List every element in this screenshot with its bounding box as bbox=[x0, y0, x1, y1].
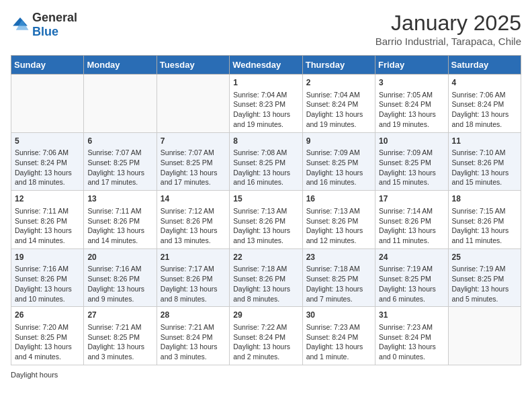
day-content-line: Daylight: 13 hours and 18 minutes. bbox=[452, 109, 517, 129]
day-content-line: Sunrise: 7:13 AM bbox=[233, 206, 298, 216]
calendar-cell: 14Sunrise: 7:12 AMSunset: 8:26 PMDayligh… bbox=[157, 191, 229, 249]
day-content-line: Daylight: 13 hours and 19 minutes. bbox=[306, 109, 371, 129]
day-content-line: Sunrise: 7:18 AM bbox=[306, 264, 371, 274]
day-content-line: Sunrise: 7:07 AM bbox=[161, 148, 226, 158]
day-content-line: Daylight: 13 hours and 2 minutes. bbox=[233, 342, 298, 361]
calendar-cell bbox=[157, 75, 229, 133]
calendar-cell: 8Sunrise: 7:08 AMSunset: 8:25 PMDaylight… bbox=[230, 132, 302, 191]
title-block: January 2025 Barrio Industrial, Tarapaca… bbox=[375, 11, 521, 47]
day-number: 19 bbox=[15, 252, 80, 263]
calendar-week-5: 26Sunrise: 7:20 AMSunset: 8:25 PMDayligh… bbox=[11, 307, 521, 365]
day-number: 8 bbox=[233, 136, 298, 147]
day-content-line: Daylight: 13 hours and 15 minutes. bbox=[379, 168, 444, 187]
calendar-cell: 7Sunrise: 7:07 AMSunset: 8:25 PMDaylight… bbox=[157, 132, 229, 191]
day-content-line: Sunset: 8:26 PM bbox=[233, 216, 298, 226]
calendar-cell: 2Sunrise: 7:04 AMSunset: 8:24 PMDaylight… bbox=[302, 75, 375, 133]
day-content-line: Sunset: 8:26 PM bbox=[15, 216, 80, 226]
day-content-line: Sunset: 8:26 PM bbox=[161, 216, 226, 226]
day-content-line: Daylight: 13 hours and 10 minutes. bbox=[15, 284, 80, 304]
day-header-tuesday: Tuesday bbox=[157, 56, 229, 75]
calendar-cell: 26Sunrise: 7:20 AMSunset: 8:25 PMDayligh… bbox=[11, 307, 84, 365]
day-content-line: Daylight: 13 hours and 12 minutes. bbox=[306, 226, 371, 245]
day-content-line: Daylight: 13 hours and 16 minutes. bbox=[233, 168, 298, 187]
day-number: 29 bbox=[233, 310, 298, 321]
day-content-line: Daylight: 13 hours and 3 minutes. bbox=[161, 342, 226, 361]
day-content-line: Daylight: 13 hours and 7 minutes. bbox=[306, 284, 371, 304]
day-content-line: Daylight: 13 hours and 4 minutes. bbox=[15, 342, 80, 361]
day-content-line: Sunrise: 7:10 AM bbox=[452, 148, 517, 158]
day-content-line: Sunset: 8:25 PM bbox=[379, 158, 444, 168]
day-number: 26 bbox=[15, 310, 80, 321]
day-content-line: Sunrise: 7:21 AM bbox=[87, 322, 152, 332]
calendar-cell: 10Sunrise: 7:09 AMSunset: 8:25 PMDayligh… bbox=[375, 132, 448, 191]
day-content-line: Sunset: 8:25 PM bbox=[452, 274, 517, 284]
calendar-cell: 21Sunrise: 7:17 AMSunset: 8:26 PMDayligh… bbox=[157, 248, 229, 307]
day-content-line: Sunset: 8:25 PM bbox=[87, 332, 152, 342]
day-content-line: Sunset: 8:25 PM bbox=[161, 158, 226, 168]
day-content-line: Daylight: 13 hours and 8 minutes. bbox=[233, 284, 298, 304]
calendar-cell: 29Sunrise: 7:22 AMSunset: 8:24 PMDayligh… bbox=[230, 307, 302, 365]
calendar-cell: 9Sunrise: 7:09 AMSunset: 8:25 PMDaylight… bbox=[302, 132, 375, 191]
day-content-line: Sunset: 8:26 PM bbox=[15, 274, 80, 284]
day-number: 15 bbox=[233, 193, 298, 205]
calendar-cell bbox=[84, 75, 157, 133]
day-number: 5 bbox=[15, 136, 80, 147]
day-content-line: Sunrise: 7:11 AM bbox=[15, 206, 80, 216]
calendar-cell: 4Sunrise: 7:06 AMSunset: 8:24 PMDaylight… bbox=[448, 75, 521, 133]
day-content-line: Sunrise: 7:19 AM bbox=[379, 264, 444, 274]
day-content-line: Sunrise: 7:06 AM bbox=[452, 90, 517, 100]
calendar-cell: 22Sunrise: 7:18 AMSunset: 8:26 PMDayligh… bbox=[230, 248, 302, 307]
day-number: 23 bbox=[306, 252, 371, 263]
day-content-line: Daylight: 13 hours and 17 minutes. bbox=[87, 168, 152, 187]
calendar-cell bbox=[448, 307, 521, 365]
day-number: 21 bbox=[161, 252, 226, 263]
day-content-line: Sunrise: 7:14 AM bbox=[379, 206, 444, 216]
day-content-line: Sunset: 8:24 PM bbox=[452, 99, 517, 109]
calendar-cell: 13Sunrise: 7:11 AMSunset: 8:26 PMDayligh… bbox=[84, 191, 157, 249]
day-number: 16 bbox=[306, 193, 371, 205]
day-number: 6 bbox=[87, 136, 152, 147]
logo-text: General Blue bbox=[32, 11, 77, 39]
day-number: 12 bbox=[15, 193, 80, 205]
logo: General Blue bbox=[11, 11, 77, 39]
day-content-line: Sunset: 8:24 PM bbox=[306, 332, 371, 342]
day-content-line: Sunset: 8:24 PM bbox=[15, 158, 80, 168]
footer: Daylight hours bbox=[11, 371, 521, 379]
day-number: 18 bbox=[452, 193, 517, 205]
day-content-line: Sunset: 8:25 PM bbox=[15, 332, 80, 342]
day-content-line: Daylight: 13 hours and 5 minutes. bbox=[452, 284, 517, 304]
calendar-cell: 12Sunrise: 7:11 AMSunset: 8:26 PMDayligh… bbox=[11, 191, 84, 249]
calendar-cell: 28Sunrise: 7:21 AMSunset: 8:24 PMDayligh… bbox=[157, 307, 229, 365]
day-content-line: Sunrise: 7:16 AM bbox=[87, 264, 152, 274]
day-content-line: Daylight: 13 hours and 14 minutes. bbox=[15, 226, 80, 245]
logo-icon bbox=[11, 15, 30, 34]
day-content-line: Daylight: 13 hours and 0 minutes. bbox=[379, 342, 444, 361]
logo-general: General bbox=[32, 11, 77, 24]
day-content-line: Sunset: 8:26 PM bbox=[87, 216, 152, 226]
day-content-line: Sunrise: 7:12 AM bbox=[161, 206, 226, 216]
day-number: 2 bbox=[306, 77, 371, 89]
day-content-line: Sunset: 8:25 PM bbox=[233, 158, 298, 168]
day-number: 14 bbox=[161, 193, 226, 205]
day-content-line: Sunset: 8:26 PM bbox=[233, 274, 298, 284]
day-content-line: Sunrise: 7:22 AM bbox=[233, 322, 298, 332]
day-content-line: Sunrise: 7:05 AM bbox=[379, 90, 444, 100]
day-number: 30 bbox=[306, 310, 371, 321]
calendar-cell: 6Sunrise: 7:07 AMSunset: 8:25 PMDaylight… bbox=[84, 132, 157, 191]
calendar-cell: 5Sunrise: 7:06 AMSunset: 8:24 PMDaylight… bbox=[11, 132, 84, 191]
day-content-line: Sunrise: 7:04 AM bbox=[233, 90, 298, 100]
day-content-line: Daylight: 13 hours and 19 minutes. bbox=[233, 109, 298, 129]
calendar-cell: 31Sunrise: 7:23 AMSunset: 8:24 PMDayligh… bbox=[375, 307, 448, 365]
day-content-line: Daylight: 13 hours and 11 minutes. bbox=[452, 226, 517, 245]
day-content-line: Sunset: 8:25 PM bbox=[379, 274, 444, 284]
day-number: 22 bbox=[233, 252, 298, 263]
day-content-line: Daylight: 13 hours and 8 minutes. bbox=[161, 284, 226, 304]
calendar-week-4: 19Sunrise: 7:16 AMSunset: 8:26 PMDayligh… bbox=[11, 248, 521, 307]
day-number: 17 bbox=[379, 193, 444, 205]
calendar-cell: 27Sunrise: 7:21 AMSunset: 8:25 PMDayligh… bbox=[84, 307, 157, 365]
day-number: 11 bbox=[452, 136, 517, 147]
day-content-line: Daylight: 13 hours and 18 minutes. bbox=[15, 168, 80, 187]
day-number: 10 bbox=[379, 136, 444, 147]
day-content-line: Sunset: 8:23 PM bbox=[233, 99, 298, 109]
calendar-cell: 16Sunrise: 7:13 AMSunset: 8:26 PMDayligh… bbox=[302, 191, 375, 249]
